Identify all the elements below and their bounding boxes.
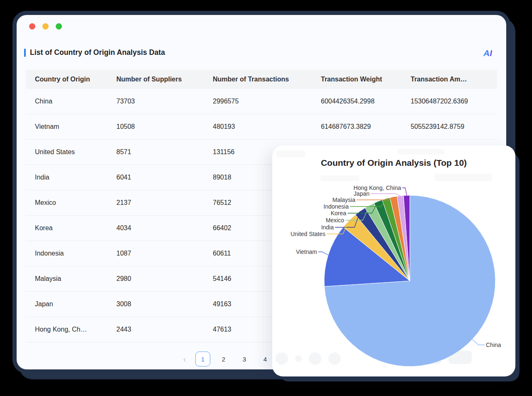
titlebar: List of Country of Origin Analysis Data <box>24 48 165 57</box>
table-cell: Indonesia <box>26 250 107 257</box>
table-cell: Hong Kong, Ch… <box>26 326 107 333</box>
pagination-page-4[interactable]: 4 <box>258 352 273 366</box>
table-cell: 6004426354.2998 <box>312 98 401 105</box>
table-cell: 1087 <box>107 250 204 257</box>
table-cell: China <box>26 98 107 105</box>
pie-leader-line-china <box>472 339 485 345</box>
table-cell: Japan <box>26 300 107 308</box>
table-cell: 2996575 <box>204 98 312 105</box>
pagination: ‹ 1234 <box>180 352 273 366</box>
table-cell: 614687673.3829 <box>312 123 401 130</box>
pie-label-japan: Japan <box>354 190 369 197</box>
chart-card: Country of Origin Analysis (Top 10) Hong… <box>272 145 515 376</box>
column-header-country-of-origin: Country of Origin <box>26 76 107 83</box>
table-cell: Malaysia <box>26 275 107 283</box>
table-cell: United States <box>26 148 107 156</box>
pie-label-india: India <box>321 224 334 231</box>
pie-leader-line-vietnam <box>318 252 328 255</box>
pie-leader-line-japan <box>371 194 400 196</box>
table-row-vietnam: Vietnam10508480193614687673.382950552391… <box>26 114 497 140</box>
table-header-row: Country of OriginNumber of SuppliersNumb… <box>26 70 497 89</box>
close-button[interactable] <box>29 23 35 30</box>
ai-logo: AI <box>483 48 492 58</box>
table-cell: Mexico <box>26 199 107 207</box>
table-cell: 480193 <box>204 123 312 130</box>
maximize-button[interactable] <box>56 23 62 30</box>
table-cell: 15306487202.6369 <box>401 98 497 105</box>
pagination-page-3[interactable]: 3 <box>237 352 252 366</box>
table-cell: 4034 <box>107 224 204 232</box>
table-cell: 73703 <box>107 98 204 105</box>
table-cell: India <box>26 174 107 181</box>
minimize-button[interactable] <box>42 23 49 30</box>
table-row-china: China7370329965756004426354.299815306487… <box>26 89 497 114</box>
pie-chart: Hong Kong, ChinaJapanMalaysiaIndonesiaKo… <box>272 145 515 376</box>
pie-label-korea: Korea <box>331 210 347 216</box>
column-header-transaction-am: Transaction Am… <box>401 76 497 83</box>
pie-label-vietnam: Vietnam <box>296 248 317 255</box>
table-cell: 5055239142.8759 <box>401 123 497 130</box>
accent-bar <box>24 49 26 57</box>
pie-label-united-states: United States <box>291 231 325 237</box>
table-cell: Vietnam <box>26 123 107 130</box>
window-controls <box>29 23 62 30</box>
pie-leader-line-hong-kong-china <box>402 188 406 195</box>
pie-label-mexico: Mexico <box>326 217 345 224</box>
pie-label-indonesia: Indonesia <box>323 203 349 210</box>
column-header-transaction-weight: Transaction Weight <box>312 76 401 83</box>
table-cell: 6041 <box>107 174 204 181</box>
pie-label-china: China <box>486 342 501 348</box>
pagination-page-1[interactable]: 1 <box>195 352 210 366</box>
table-cell: 8571 <box>107 148 204 156</box>
table-cell: 10508 <box>107 123 204 130</box>
column-header-number-of-transactions: Number of Transactions <box>204 76 312 83</box>
table-cell: 3008 <box>107 300 204 308</box>
table-cell: 2443 <box>107 326 204 333</box>
table-cell: Korea <box>26 224 107 232</box>
chevron-left-icon[interactable]: ‹ <box>180 354 190 364</box>
table-cell: 2980 <box>107 275 204 283</box>
pagination-page-2[interactable]: 2 <box>216 352 231 366</box>
column-header-number-of-suppliers: Number of Suppliers <box>107 76 204 83</box>
table-cell: 2137 <box>107 199 204 207</box>
pie-label-malaysia: Malaysia <box>332 197 355 203</box>
page-title: List of Country of Origin Analysis Data <box>30 48 165 57</box>
